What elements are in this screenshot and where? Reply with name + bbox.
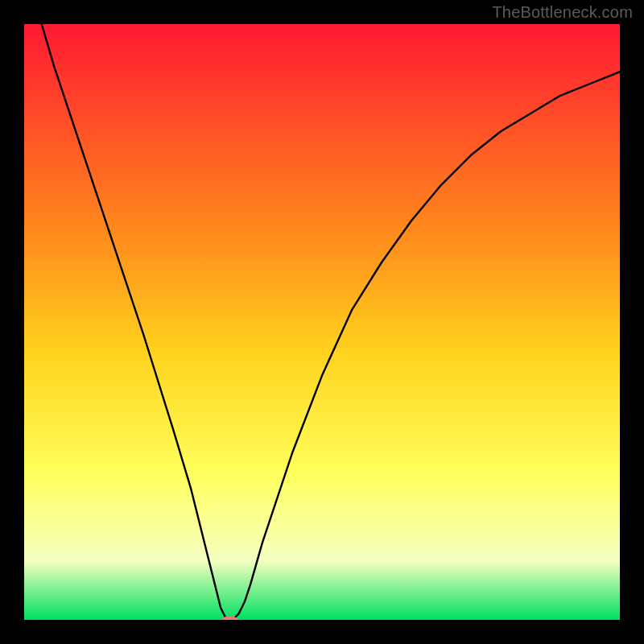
watermark-text: TheBottleneck.com (492, 3, 633, 22)
optimum-marker (221, 617, 238, 624)
bottleneck-chart (0, 0, 644, 644)
chart-frame: TheBottleneck.com (0, 0, 644, 644)
